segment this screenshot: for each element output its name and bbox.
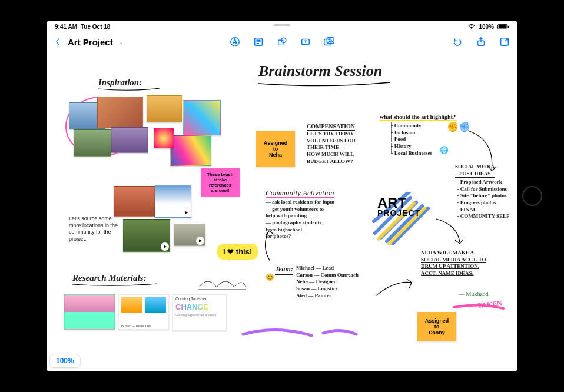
battery-percent: 100% bbox=[479, 24, 494, 30]
inspiration-header: Inspiration: bbox=[98, 78, 142, 88]
title-underline bbox=[257, 81, 393, 88]
sticky-note-neha[interactable]: Assigned to Neha bbox=[256, 131, 295, 167]
play-icon[interactable]: ▶ bbox=[161, 242, 169, 251]
battery-icon bbox=[497, 24, 509, 29]
research-header: Research Materials: bbox=[72, 273, 146, 283]
photo-thumbnail[interactable] bbox=[147, 95, 182, 122]
svg-rect-2 bbox=[499, 25, 507, 28]
chevron-down-icon[interactable]: ⌄ bbox=[119, 39, 124, 45]
photo-thumbnail[interactable] bbox=[183, 100, 221, 135]
undo-button[interactable] bbox=[452, 36, 463, 47]
purple-stroke bbox=[241, 323, 359, 340]
art-project-logo-text: ART PROJECT bbox=[377, 197, 420, 217]
compensation-header: COMPENSATION bbox=[307, 122, 355, 131]
sticky-note-danny[interactable]: Assigned to Danny bbox=[417, 312, 456, 341]
freeform-canvas[interactable]: Brainstorm Session Inspiration: These br… bbox=[47, 52, 517, 371]
signature-text: — Mukhaod bbox=[459, 291, 489, 297]
new-board-button[interactable] bbox=[499, 36, 510, 47]
status-time: 9:41 AM bbox=[55, 24, 77, 30]
community-body: — ask local residents for input — get yo… bbox=[266, 199, 354, 240]
compensation-body: LET'S TRY TO PAY VOLUNTEERS FOR THEIR TI… bbox=[307, 131, 366, 165]
social-list: ├ Proposed Artwork ├ Call for Submission… bbox=[455, 179, 517, 220]
sticky-note-button[interactable] bbox=[253, 36, 264, 47]
multitask-pill[interactable] bbox=[274, 24, 290, 26]
toolbar: Art Project ⌄ bbox=[47, 32, 517, 52]
board-title[interactable]: Art Project bbox=[68, 37, 113, 47]
svg-point-0 bbox=[472, 28, 473, 29]
text-box-button[interactable] bbox=[300, 36, 311, 47]
photo-thumbnail[interactable] bbox=[111, 127, 148, 153]
document-thumbnail[interactable]: Coming Together CHANGE Coming together f… bbox=[172, 294, 227, 331]
arrow-annotation bbox=[434, 217, 463, 246]
team-body: Michael — Lead Carson — Comm Outreach Ne… bbox=[296, 265, 379, 299]
arrow-annotation bbox=[374, 278, 415, 301]
status-bar: 9:41 AM Tue Oct 18 100% bbox=[47, 21, 517, 32]
photo-thumbnail[interactable] bbox=[170, 135, 211, 166]
highlight-question: what should the art highlight? bbox=[380, 113, 456, 121]
play-icon[interactable]: ▶ bbox=[196, 237, 204, 245]
media-button[interactable] bbox=[323, 36, 335, 47]
wifi-icon bbox=[468, 24, 475, 29]
inspiration-underline bbox=[97, 87, 162, 92]
text-note[interactable]: Let's source some more locations in the … bbox=[69, 215, 122, 243]
photo-thumbnail[interactable] bbox=[154, 128, 174, 148]
status-date: Tue Oct 18 bbox=[81, 24, 110, 30]
pen-tool-button[interactable] bbox=[229, 36, 241, 47]
social-header: SOCIAL MEDIA POST IDEAS bbox=[455, 164, 495, 178]
research-underline bbox=[71, 283, 160, 287]
fist-sticker-icon[interactable]: ✊ bbox=[447, 121, 459, 132]
sticky-note-pink[interactable]: These brush stroke references are cool! bbox=[201, 168, 240, 197]
main-title-handwriting: Brainstorm Session bbox=[258, 62, 382, 80]
pink-stroke bbox=[453, 303, 506, 312]
team-header: Team: bbox=[275, 265, 293, 275]
share-button[interactable] bbox=[475, 36, 487, 47]
shapes-button[interactable] bbox=[276, 36, 288, 47]
photo-thumbnail[interactable] bbox=[74, 129, 111, 157]
screen: 9:41 AM Tue Oct 18 100% Art Project ⌄ bbox=[47, 21, 517, 371]
document-thumbnail[interactable] bbox=[64, 294, 115, 330]
globe-sticker-icon[interactable]: 🌐 bbox=[440, 146, 449, 154]
neha-note: NEHA WILL MAKE A SOCIAL MEDIA ACCT. TO D… bbox=[421, 250, 503, 277]
speech-bubble[interactable]: I ❤ this! bbox=[217, 244, 258, 260]
smiley-sticker-icon[interactable]: 😊 bbox=[266, 273, 274, 281]
back-button[interactable] bbox=[54, 38, 62, 46]
play-icon[interactable]: ▶ bbox=[182, 208, 190, 217]
community-header: Community Activation bbox=[266, 188, 334, 198]
photo-thumbnail[interactable] bbox=[114, 186, 155, 217]
doodle-sketch bbox=[196, 264, 249, 293]
arrow-annotation bbox=[258, 228, 276, 264]
ipad-device-frame: 9:41 AM Tue Oct 18 100% Art Project ⌄ bbox=[11, 11, 553, 381]
home-button[interactable] bbox=[522, 186, 542, 206]
photo-thumbnail[interactable] bbox=[97, 97, 143, 128]
svg-rect-3 bbox=[508, 25, 509, 28]
zoom-level-badge[interactable]: 100% bbox=[50, 354, 80, 367]
document-thumbnail[interactable]: Buffett – Table Talk bbox=[118, 294, 169, 330]
